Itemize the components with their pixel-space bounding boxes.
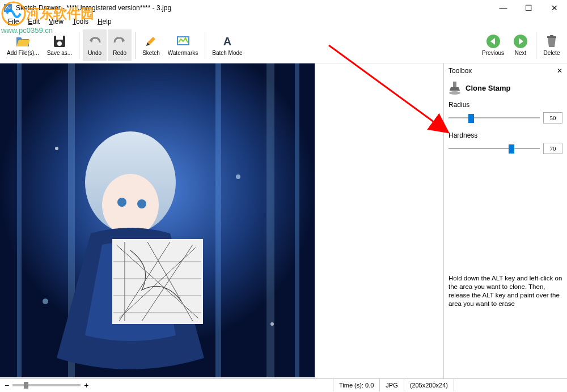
radius-value[interactable]: 50 [543, 112, 562, 123]
arrow-left-icon [486, 34, 501, 49]
svg-rect-14 [215, 63, 221, 377]
svg-rect-27 [453, 82, 456, 87]
folder-open-icon [15, 34, 30, 49]
canvas-empty-area [315, 63, 443, 378]
status-empty [454, 379, 567, 391]
toolbar: Add File(s)... Save as... Undo Redo Sket… [0, 27, 567, 63]
svg-rect-15 [266, 63, 274, 377]
svg-point-25 [270, 322, 274, 326]
tool-help-text: Hold down the ALT key and left-click on … [448, 274, 562, 308]
tool-name: Clone Stamp [466, 84, 510, 92]
svg-rect-3 [56, 36, 63, 40]
svg-point-21 [55, 147, 58, 150]
watermark-icon [176, 34, 191, 49]
canvas-area[interactable] [0, 63, 443, 378]
toolbox-title: Toolbox [448, 67, 472, 75]
window-title: Sketch Drawer - ****Unregistered version… [16, 4, 490, 12]
radius-label: Radius [448, 101, 562, 109]
radius-slider[interactable] [448, 113, 540, 123]
previous-button[interactable]: Previous [479, 29, 507, 61]
redo-icon [112, 34, 127, 49]
svg-rect-1 [4, 4, 12, 12]
svg-point-19 [117, 198, 126, 207]
zoom-slider[interactable] [12, 384, 81, 386]
status-time: Time (s): 0.0 [333, 379, 379, 391]
svg-point-24 [43, 299, 48, 304]
zoom-in-button[interactable]: + [84, 381, 88, 390]
arrow-right-icon [513, 34, 528, 49]
svg-rect-12 [17, 63, 22, 377]
svg-point-20 [137, 199, 146, 208]
clone-stamp-icon [448, 80, 461, 95]
minimize-button[interactable]: — [490, 0, 516, 16]
menu-view[interactable]: View [45, 16, 67, 27]
next-button[interactable]: Next [509, 29, 532, 61]
undo-button[interactable]: Undo [83, 29, 107, 61]
menu-file[interactable]: File [5, 16, 22, 27]
zoom-out-button[interactable]: − [5, 381, 9, 390]
toolbox-close-button[interactable]: ✕ [557, 67, 562, 75]
status-bar: − + Time (s): 0.0 JPG (205x200x24) [0, 378, 567, 391]
title-bar: Sketch Drawer - ****Unregistered version… [0, 0, 567, 16]
maximize-button[interactable]: ☐ [516, 0, 541, 16]
status-dimensions: (205x200x24) [404, 379, 454, 391]
save-as-button[interactable]: Save as... [44, 29, 75, 61]
batch-mode-button[interactable]: A Batch Mode [209, 29, 246, 61]
add-files-button[interactable]: Add File(s)... [3, 29, 43, 61]
sketch-button[interactable]: Sketch [139, 29, 163, 61]
menu-bar: File Edit View Tools Help [0, 16, 567, 27]
svg-point-4 [57, 41, 62, 46]
menu-edit[interactable]: Edit [24, 16, 43, 27]
hardness-value[interactable]: 70 [543, 143, 562, 154]
svg-rect-16 [295, 63, 299, 377]
redo-button[interactable]: Redo [108, 29, 132, 61]
close-button[interactable]: ✕ [541, 0, 567, 16]
text-icon: A [220, 34, 235, 49]
pencil-icon [143, 34, 158, 49]
toolbox-panel: Toolbox ✕ Clone Stamp Radius 50 Hardness [443, 63, 567, 378]
trash-icon [544, 34, 559, 49]
menu-help[interactable]: Help [94, 16, 115, 27]
svg-point-18 [102, 174, 159, 236]
hardness-slider[interactable] [448, 143, 540, 154]
svg-text:A: A [223, 35, 231, 48]
undo-icon [87, 34, 102, 49]
status-format: JPG [379, 379, 403, 391]
menu-tools[interactable]: Tools [69, 16, 92, 27]
watermarks-button[interactable]: Watermarks [164, 29, 202, 61]
save-icon [52, 34, 67, 49]
svg-point-28 [449, 91, 460, 95]
hardness-label: Hardness [448, 131, 562, 139]
svg-point-22 [236, 174, 240, 179]
app-icon [3, 3, 12, 12]
svg-rect-10 [550, 35, 553, 37]
canvas-image[interactable] [0, 63, 315, 377]
delete-button[interactable]: Delete [540, 29, 564, 61]
